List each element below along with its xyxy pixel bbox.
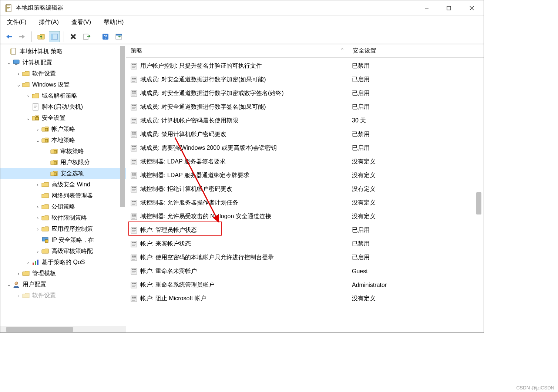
chevron-right-icon[interactable]: › (34, 204, 41, 210)
chevron-down-icon[interactable]: ⌄ (6, 60, 12, 65)
svg-rect-91 (132, 203, 136, 203)
scrollbar-thumb[interactable] (120, 46, 125, 207)
tree-app-control[interactable]: › 应用程序控制策 (0, 223, 126, 234)
list-row[interactable]: 域控制器: LDAP 服务器通道绑定令牌要求没有定义 (126, 169, 484, 182)
export-button[interactable] (81, 31, 92, 42)
up-folder-button[interactable] (36, 31, 47, 42)
policy-name: 域成员: 对安全通道数据进行数字签名(如果可能) (140, 103, 347, 111)
forward-button[interactable] (17, 31, 28, 42)
tree-scroll[interactable]: 本地计算机 策略 ⌄ 计算机配置 › 软件设置 ⌄ Windows 设置 (0, 44, 126, 326)
chevron-right-icon[interactable]: › (25, 93, 31, 99)
list-row[interactable]: 域成员: 计算机帐户密码最长使用期限30 天 (126, 114, 484, 128)
menu-file[interactable]: 文件(F) (4, 17, 29, 28)
chevron-right-icon[interactable]: › (15, 271, 22, 276)
list-row[interactable]: 帐户: 使用空密码的本地帐户只允许进行控制台登录已启用 (126, 251, 484, 264)
tree-admin-templates[interactable]: › 管理模板 (0, 268, 126, 279)
chevron-right-icon[interactable]: › (15, 71, 22, 77)
close-button[interactable] (460, 0, 484, 16)
policy-name: 域成员: 禁用计算机帐户密码更改 (140, 131, 347, 138)
chevron-down-icon[interactable]: ⌄ (6, 282, 12, 287)
minimize-button[interactable] (416, 0, 438, 16)
chevron-right-icon[interactable]: › (25, 260, 31, 265)
list-row[interactable]: 帐户: 来宾帐户状态已禁用 (126, 237, 484, 251)
svg-rect-97 (132, 218, 135, 219)
list-row[interactable]: 域控制器: 允许易受攻击的 Netlogon 安全通道连接没有定义 (126, 210, 484, 223)
list-row[interactable]: 域成员: 需要强(Windows 2000 或更高版本)会话密钥已启用 (126, 141, 484, 155)
properties-button[interactable] (113, 31, 124, 42)
tree-software-settings[interactable]: › 软件设置 (0, 68, 126, 79)
svg-rect-105 (134, 242, 136, 243)
svg-rect-81 (132, 175, 136, 176)
tree-windows-settings[interactable]: ⌄ Windows 设置 (0, 79, 126, 90)
list-row[interactable]: 域成员: 禁用计算机帐户密码更改已禁用 (126, 128, 484, 141)
list-row[interactable]: 域成员: 对安全通道数据进行数字签名(如果可能)已启用 (126, 100, 484, 114)
svg-rect-46 (132, 80, 136, 80)
list-row[interactable]: 域控制器: 拒绝计算机帐户密码更改没有定义 (126, 182, 484, 196)
tree-advanced-firewall[interactable]: › 高级安全 Wind (0, 179, 126, 190)
tree-policy-qos[interactable]: › 基于策略的 QoS (0, 257, 126, 268)
list-row[interactable]: 帐户: 重命名系统管理员帐户Administrator (126, 278, 484, 292)
policy-item-icon (130, 254, 138, 262)
tree-audit-policy[interactable]: 审核策略 (0, 146, 126, 157)
chevron-down-icon[interactable]: ⌄ (15, 82, 22, 88)
tree-network-list[interactable]: 网络列表管理器 (0, 190, 126, 201)
chevron-right-icon[interactable]: › (34, 126, 41, 132)
svg-rect-96 (132, 216, 136, 217)
list-row[interactable]: 帐户: 管理员帐户状态已启用 (126, 223, 484, 237)
tree-dns-policy[interactable]: › 域名解析策略 (0, 90, 126, 101)
tree-advanced-audit[interactable]: › 高级审核策略配 (0, 246, 126, 257)
list-row[interactable]: 域控制器: 允许服务器操作者计划任务没有定义 (126, 196, 484, 210)
chevron-down-icon[interactable]: ⌄ (34, 138, 41, 143)
help-button[interactable]: ? (100, 31, 111, 42)
tree-user-software[interactable]: › 软件设置 (0, 290, 126, 301)
list-row[interactable]: 用户帐户控制: 只提升签名并验证的可执行文件已禁用 (126, 59, 484, 73)
chevron-right-icon[interactable]: › (34, 249, 41, 254)
tree-horizontal-scrollbar[interactable] (0, 326, 126, 332)
tree-vertical-scrollbar[interactable] (119, 46, 126, 247)
svg-rect-75 (134, 160, 136, 161)
tree-label: 软件限制策略 (51, 214, 87, 222)
list-row[interactable]: 域成员: 对安全通道数据进行数字加密或数字签名(始终)已启用 (126, 87, 484, 100)
tree-scripts[interactable]: 脚本(启动/关机) (0, 101, 126, 112)
list-rows[interactable]: 用户帐户控制: 只提升签名并验证的可执行文件已禁用域成员: 对安全通道数据进行数… (126, 58, 484, 332)
menu-action[interactable]: 操作(A) (36, 17, 61, 28)
menu-view[interactable]: 查看(V) (68, 17, 94, 28)
tree-ip-security[interactable]: IP 安全策略，在 (0, 234, 126, 246)
tree-user-config[interactable]: ⌄ 用户配置 (0, 279, 126, 290)
scrollbar-thumb[interactable] (6, 327, 73, 332)
tree-user-rights[interactable]: 用户权限分 (0, 157, 126, 168)
svg-rect-100 (134, 228, 136, 229)
list-row[interactable]: 帐户: 重命名来宾帐户Guest (126, 264, 484, 278)
tree-security-options[interactable]: 安全选项 (0, 168, 126, 179)
chevron-right-icon[interactable]: › (34, 182, 41, 187)
tree-local-policy[interactable]: ⌄ 本地策略 (0, 135, 126, 146)
tree-software-restriction[interactable]: › 软件限制策略 (0, 212, 126, 223)
tree-public-key[interactable]: › 公钥策略 (0, 201, 126, 212)
policy-item-icon (130, 103, 138, 111)
maximize-button[interactable] (438, 0, 460, 16)
tree-root[interactable]: 本地计算机 策略 (0, 46, 126, 57)
delete-button[interactable] (68, 31, 79, 42)
svg-rect-35 (35, 261, 36, 265)
svg-rect-84 (132, 187, 134, 188)
chevron-right-icon[interactable]: › (34, 215, 41, 221)
column-header-policy[interactable]: 策略^ (126, 47, 348, 55)
back-button[interactable] (3, 31, 14, 42)
chevron-right-icon[interactable]: › (34, 226, 41, 232)
list-vertical-scrollbar[interactable] (476, 59, 483, 261)
tree-pane: 本地计算机 策略 ⌄ 计算机配置 › 软件设置 ⌄ Windows 设置 (0, 44, 126, 332)
list-row[interactable]: 域控制器: LDAP 服务器签名要求没有定义 (126, 155, 484, 169)
policy-setting: 没有定义 (347, 295, 376, 303)
chevron-right-icon[interactable]: › (15, 293, 22, 298)
list-row[interactable]: 帐户: 阻止 Microsoft 帐户没有定义 (126, 292, 484, 305)
list-row[interactable]: 域成员: 对安全通道数据进行数字加密(如果可能)已启用 (126, 73, 484, 87)
scrollbar-thumb[interactable] (476, 192, 481, 214)
tree-computer-config[interactable]: ⌄ 计算机配置 (0, 57, 126, 68)
tree-account-policy[interactable]: › 帐户策略 (0, 124, 126, 135)
show-tree-button[interactable] (49, 31, 60, 42)
tree-security-settings[interactable]: ⌄ 安全设置 (0, 112, 126, 124)
svg-rect-109 (132, 256, 134, 257)
column-header-setting[interactable]: 安全设置 (348, 47, 484, 55)
menu-help[interactable]: 帮助(H) (101, 17, 127, 28)
chevron-down-icon[interactable]: ⌄ (25, 115, 31, 121)
